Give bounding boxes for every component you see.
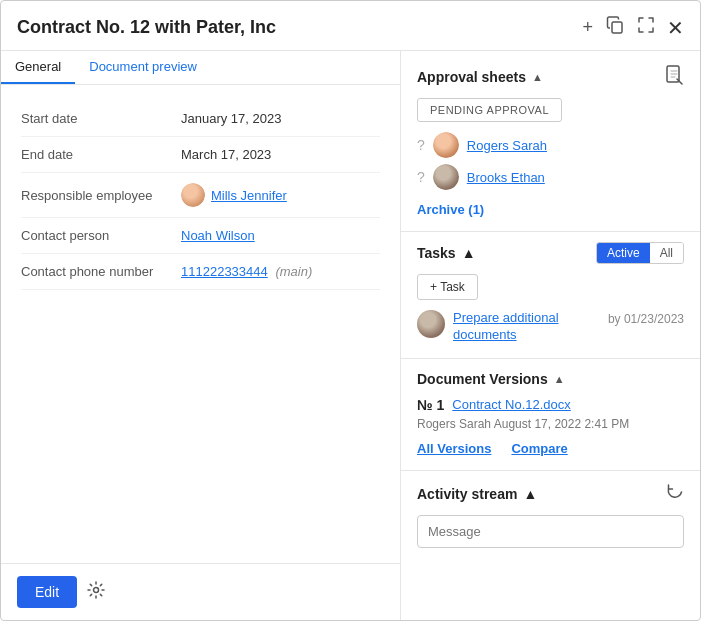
tasks-header: Tasks ▲ Active All [417, 242, 684, 264]
tab-general[interactable]: General [1, 51, 75, 84]
approval-sheets-section: Approval sheets ▲ PENDING APPROVAL [401, 51, 700, 232]
tab-document-preview[interactable]: Document preview [75, 51, 211, 84]
doc-actions: All Versions Compare [417, 441, 684, 456]
task-details: Prepare additional documents [453, 310, 600, 344]
archive-link[interactable]: Archive (1) [417, 202, 484, 217]
doc-filename-link[interactable]: Contract No.12.docx [452, 397, 571, 412]
task-name-link[interactable]: Prepare additional documents [453, 310, 600, 344]
form-row-phone: Contact phone number 111222333444 (main) [21, 254, 380, 290]
approval-sheets-title: Approval sheets ▲ [417, 69, 543, 85]
task-due: by 01/23/2023 [608, 312, 684, 326]
phone-number[interactable]: 111222333444 [181, 264, 268, 279]
tasks-section: Tasks ▲ Active All + Task Prepare additi… [401, 232, 700, 359]
label-phone: Contact phone number [21, 264, 181, 279]
form-row-end-date: End date March 17, 2023 [21, 137, 380, 173]
svg-point-1 [94, 588, 99, 593]
avatar-brooks [433, 164, 459, 190]
task-item: Prepare additional documents by 01/23/20… [417, 310, 684, 344]
pending-approval-button[interactable]: PENDING APPROVAL [417, 98, 562, 122]
document-versions-header: Document Versions ▲ [417, 371, 684, 387]
refresh-icon[interactable] [666, 483, 684, 505]
form-row-contact-person: Contact person Noah Wilson [21, 218, 380, 254]
doc-meta: Rogers Sarah August 17, 2022 2:41 PM [417, 417, 684, 431]
copy-icon[interactable] [605, 15, 625, 40]
title-actions: + ✕ [582, 15, 684, 40]
task-filter: Active All [596, 242, 684, 264]
label-contact-person: Contact person [21, 228, 181, 243]
svg-rect-0 [612, 22, 622, 33]
approval-list: ? Rogers Sarah ? Brooks Ethan [417, 132, 684, 190]
activity-stream-header: Activity stream ▲ [417, 483, 684, 505]
brooks-ethan-link[interactable]: Brooks Ethan [467, 170, 545, 185]
task-filter-active[interactable]: Active [597, 243, 650, 263]
expand-icon[interactable] [637, 16, 655, 39]
phone-main-label: (main) [275, 264, 312, 279]
approval-item-rogers: ? Rogers Sarah [417, 132, 684, 158]
settings-icon[interactable] [87, 581, 105, 603]
document-versions-title: Document Versions ▲ [417, 371, 565, 387]
main-window: Contract No. 12 with Pater, Inc + ✕ Gene… [0, 0, 701, 621]
approval-sheets-header: Approval sheets ▲ [417, 65, 684, 88]
title-bar: Contract No. 12 with Pater, Inc + ✕ [1, 1, 700, 51]
plus-icon[interactable]: + [582, 17, 593, 38]
compare-link[interactable]: Compare [511, 441, 567, 456]
document-versions-section: Document Versions ▲ № 1 Contract No.12.d… [401, 359, 700, 471]
tasks-chevron[interactable]: ▲ [462, 245, 476, 261]
help-icon-rogers[interactable]: ? [417, 137, 425, 153]
avatar-mills [181, 183, 205, 207]
help-icon-brooks[interactable]: ? [417, 169, 425, 185]
approval-item-brooks: ? Brooks Ethan [417, 164, 684, 190]
close-icon[interactable]: ✕ [667, 16, 684, 40]
bottom-bar: Edit [1, 563, 400, 620]
right-panel: Approval sheets ▲ PENDING APPROVAL [401, 51, 700, 620]
form-area: Start date January 17, 2023 End date Mar… [1, 85, 400, 563]
activity-stream-chevron[interactable]: ▲ [523, 486, 537, 502]
rogers-sarah-link[interactable]: Rogers Sarah [467, 138, 547, 153]
main-layout: General Document preview Start date Janu… [1, 51, 700, 620]
activity-stream-section: Activity stream ▲ [401, 471, 700, 560]
window-title: Contract No. 12 with Pater, Inc [17, 17, 276, 38]
value-phone: 111222333444 (main) [181, 264, 312, 279]
activity-stream-title: Activity stream ▲ [417, 486, 537, 502]
doc-version-number: № 1 [417, 397, 444, 413]
task-filter-all[interactable]: All [650, 243, 683, 263]
mills-jennifer-link[interactable]: Mills Jennifer [211, 188, 287, 203]
value-responsible[interactable]: Mills Jennifer [181, 183, 287, 207]
form-row-responsible: Responsible employee Mills Jennifer [21, 173, 380, 218]
label-start-date: Start date [21, 111, 181, 126]
document-icon[interactable] [666, 65, 684, 88]
document-versions-chevron[interactable]: ▲ [554, 373, 565, 385]
value-end-date: March 17, 2023 [181, 147, 271, 162]
value-contact-person[interactable]: Noah Wilson [181, 228, 255, 243]
avatar-rogers [433, 132, 459, 158]
tasks-title: Tasks ▲ [417, 245, 476, 261]
label-responsible: Responsible employee [21, 188, 181, 203]
doc-version-row: № 1 Contract No.12.docx [417, 397, 684, 413]
form-row-start-date: Start date January 17, 2023 [21, 101, 380, 137]
value-start-date: January 17, 2023 [181, 111, 281, 126]
left-panel: General Document preview Start date Janu… [1, 51, 401, 620]
approval-sheets-chevron[interactable]: ▲ [532, 71, 543, 83]
task-avatar-brooks [417, 310, 445, 338]
all-versions-link[interactable]: All Versions [417, 441, 491, 456]
tabs-bar: General Document preview [1, 51, 400, 85]
label-end-date: End date [21, 147, 181, 162]
add-task-button[interactable]: + Task [417, 274, 478, 300]
message-input[interactable] [417, 515, 684, 548]
edit-button[interactable]: Edit [17, 576, 77, 608]
